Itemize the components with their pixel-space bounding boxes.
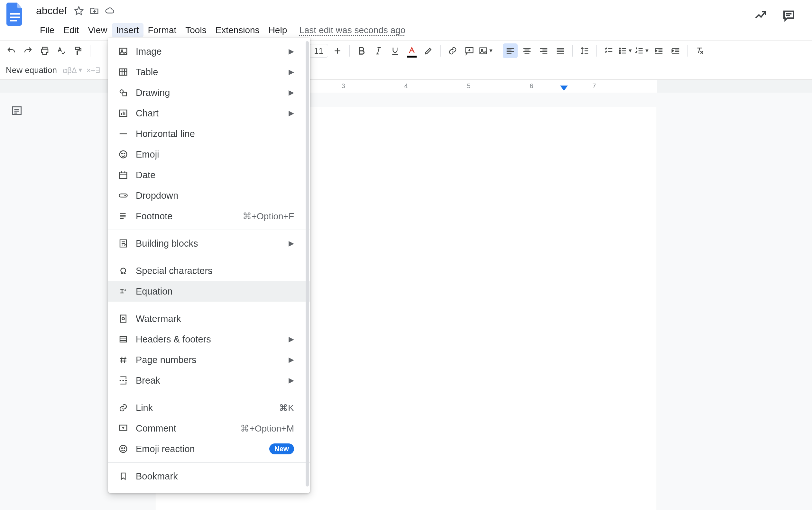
insert-equation[interactable]: 2 Equation	[108, 281, 310, 302]
insert-link-icon[interactable]	[445, 43, 460, 58]
insert-bookmark[interactable]: Bookmark	[108, 466, 310, 486]
math-operators-dropdown[interactable]: ×÷∃	[87, 66, 100, 75]
menu-insert[interactable]: Insert	[112, 23, 144, 37]
insert-footnote[interactable]: Footnote ⌘+Option+F	[108, 206, 310, 227]
menu-label: Table	[136, 67, 158, 78]
building-blocks-icon	[118, 238, 129, 249]
insert-date[interactable]: Date	[108, 164, 310, 185]
svg-point-8	[619, 50, 620, 52]
menu-separator	[108, 230, 310, 230]
numbered-list-icon[interactable]: ▼	[635, 43, 649, 58]
italic-icon[interactable]	[371, 43, 386, 58]
document-title[interactable]: abcdef	[33, 4, 70, 18]
bookmark-icon	[118, 471, 129, 482]
ruler-number: 6	[529, 82, 533, 90]
menu-help[interactable]: Help	[264, 23, 292, 37]
redo-icon[interactable]	[21, 43, 35, 58]
ruler-number: 7	[592, 82, 596, 90]
footnote-icon	[118, 211, 129, 221]
new-equation-button[interactable]: New equation	[6, 65, 57, 75]
menu-label: Comment	[136, 423, 176, 434]
checklist-icon[interactable]	[601, 43, 616, 58]
image-icon	[118, 46, 129, 57]
menu-label: Watermark	[136, 313, 181, 324]
decrease-indent-icon[interactable]	[651, 43, 666, 58]
paint-format-icon[interactable]	[71, 43, 86, 58]
greek-letters-dropdown[interactable]: αβΔ▼	[63, 66, 83, 75]
move-icon[interactable]	[89, 6, 99, 16]
text-color-icon[interactable]	[404, 43, 419, 58]
right-indent-marker[interactable]	[560, 86, 568, 91]
cloud-status-icon[interactable]	[105, 6, 115, 16]
insert-comment[interactable]: Comment ⌘+Option+M	[108, 418, 310, 439]
svg-point-17	[120, 151, 127, 158]
font-size-value[interactable]: 11	[309, 44, 328, 58]
insert-emoji[interactable]: Emoji	[108, 144, 310, 164]
toolbar-separator	[440, 45, 441, 57]
svg-rect-11	[120, 48, 127, 55]
submenu-arrow-icon: ▶	[289, 376, 294, 385]
insert-menu-dropdown: Image ▶ Table ▶ Drawing ▶ Chart ▶ Horizo…	[108, 38, 310, 493]
insert-table[interactable]: Table ▶	[108, 62, 310, 82]
menu-file[interactable]: File	[35, 23, 59, 37]
title-icon-group	[74, 6, 115, 16]
insert-emoji-reaction[interactable]: Emoji reaction New	[108, 439, 310, 459]
font-size-increase-icon[interactable]	[330, 43, 345, 58]
insert-watermark[interactable]: Watermark	[108, 308, 310, 329]
insert-horizontal-line[interactable]: Horizontal line	[108, 123, 310, 144]
undo-icon[interactable]	[4, 43, 19, 58]
header-right	[754, 9, 795, 22]
insert-building-blocks[interactable]: Building blocks ▶	[108, 233, 310, 254]
align-right-icon[interactable]	[536, 43, 551, 58]
insert-headers-footers[interactable]: Headers & footers ▶	[108, 329, 310, 350]
equation-icon: 2	[118, 286, 129, 297]
svg-rect-26	[120, 336, 126, 342]
document-outline-icon[interactable]	[8, 102, 25, 119]
analytics-icon[interactable]	[754, 9, 767, 22]
insert-page-numbers[interactable]: Page numbers ▶	[108, 350, 310, 370]
align-left-icon[interactable]	[503, 43, 518, 58]
svg-point-28	[120, 445, 127, 453]
print-icon[interactable]	[37, 43, 52, 58]
svg-rect-2	[10, 20, 17, 22]
table-icon	[118, 66, 129, 78]
clear-formatting-icon[interactable]	[692, 43, 707, 58]
increase-indent-icon[interactable]	[668, 43, 683, 58]
highlight-color-icon[interactable]	[421, 43, 436, 58]
align-center-icon[interactable]	[520, 43, 534, 58]
menu-separator	[108, 257, 310, 257]
last-edit-link[interactable]: Last edit was seconds ago	[299, 25, 405, 35]
insert-chart[interactable]: Chart ▶	[108, 103, 310, 123]
insert-image-icon[interactable]: ▼	[479, 43, 493, 58]
menu-tools[interactable]: Tools	[181, 23, 211, 37]
drawing-icon	[118, 87, 129, 98]
comments-history-icon[interactable]	[782, 9, 795, 22]
menu-format[interactable]: Format	[144, 23, 181, 37]
insert-dropdown[interactable]: Dropdown	[108, 185, 310, 206]
line-spacing-icon[interactable]	[577, 43, 592, 58]
insert-drawing[interactable]: Drawing ▶	[108, 82, 310, 103]
underline-icon[interactable]	[388, 43, 403, 58]
docs-logo-icon[interactable]	[4, 3, 26, 25]
comment-shortcut: ⌘+Option+M	[240, 423, 294, 434]
submenu-arrow-icon: ▶	[289, 335, 294, 343]
menu-view[interactable]: View	[83, 23, 112, 37]
insert-link[interactable]: Link ⌘K	[108, 397, 310, 418]
bold-icon[interactable]	[354, 43, 369, 58]
menu-label: Page numbers	[136, 355, 197, 365]
insert-special-characters[interactable]: Special characters	[108, 261, 310, 281]
star-icon[interactable]	[74, 6, 84, 16]
add-comment-icon[interactable]	[462, 43, 477, 58]
ruler-number: 5	[467, 82, 470, 90]
link-shortcut: ⌘K	[279, 402, 294, 413]
menu-extensions[interactable]: Extensions	[211, 23, 264, 37]
insert-image[interactable]: Image ▶	[108, 41, 310, 62]
align-justify-icon[interactable]	[553, 43, 568, 58]
menu-edit[interactable]: Edit	[59, 23, 83, 37]
insert-break[interactable]: Break ▶	[108, 370, 310, 391]
submenu-arrow-icon: ▶	[289, 68, 294, 76]
spellcheck-icon[interactable]	[54, 43, 69, 58]
toolbar-separator	[597, 45, 597, 57]
bulleted-list-icon[interactable]: ▼	[618, 43, 633, 58]
horizontal-line-icon	[118, 128, 129, 139]
